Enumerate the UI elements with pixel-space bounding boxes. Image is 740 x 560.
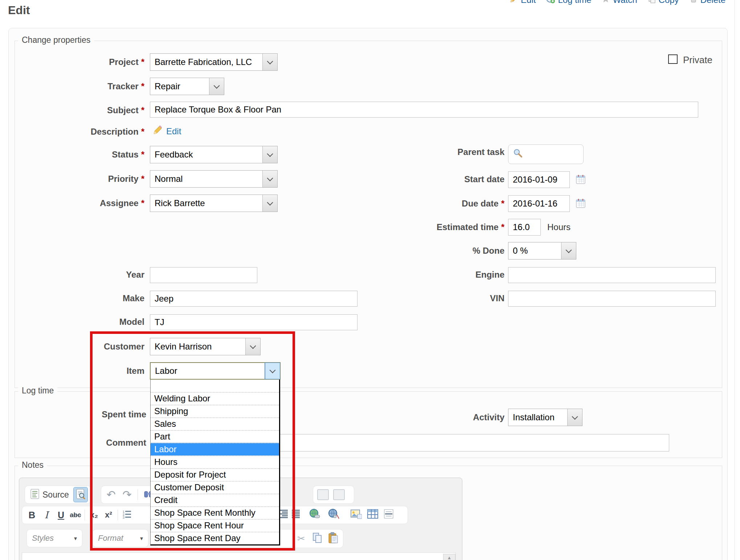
delete-action[interactable]: Delete xyxy=(689,0,725,5)
item-dropdown[interactable]: Welding LaborShippingSalesPartLaborHours… xyxy=(150,380,280,545)
project-select[interactable]: Barrette Fabrication, LLC xyxy=(150,53,278,71)
calendar-icon[interactable] xyxy=(576,198,586,210)
insert-table-button[interactable] xyxy=(366,507,380,522)
insert-image-button[interactable] xyxy=(349,507,363,522)
subject-input[interactable]: Replace Torque Box & Floor Pan xyxy=(150,102,698,118)
link-button[interactable] xyxy=(308,507,322,522)
select-arrow-button[interactable] xyxy=(209,78,224,95)
activity-select[interactable]: Installation xyxy=(508,409,582,426)
estimated-time-input[interactable]: 16.0 xyxy=(508,219,541,236)
chevron-down-icon xyxy=(267,199,273,205)
project-value: Barrette Fabrication, LLC xyxy=(150,54,262,70)
model-input[interactable]: TJ xyxy=(150,314,357,330)
numbered-list-icon: 123 xyxy=(122,510,132,520)
item-label: Item xyxy=(36,366,144,376)
format-combo[interactable]: Format ▾ xyxy=(93,529,148,547)
redo-icon: ↷ xyxy=(122,489,131,500)
dropdown-option[interactable]: Customer Deposit xyxy=(151,481,279,494)
dropdown-option[interactable]: Deposit for Project xyxy=(151,468,279,481)
required-asterisk: * xyxy=(501,199,504,208)
priority-select[interactable]: Normal xyxy=(150,170,278,188)
status-select[interactable]: Feedback xyxy=(150,146,278,163)
underline-icon: U xyxy=(58,510,64,520)
editor-scrollbar-up-button[interactable]: ▲ xyxy=(443,554,455,560)
select-all-button[interactable] xyxy=(332,487,346,502)
dropdown-option[interactable]: Credit xyxy=(151,494,279,506)
numbered-list-button[interactable]: 123 xyxy=(120,508,134,522)
dropdown-option[interactable]: Shop Space Rent Day xyxy=(151,532,279,544)
editor-content-area[interactable] xyxy=(22,552,456,560)
engine-input[interactable] xyxy=(508,267,716,283)
preview-icon xyxy=(75,489,86,501)
private-label: Private xyxy=(683,54,712,66)
trash-icon xyxy=(689,0,698,5)
description-edit-link[interactable]: Edit xyxy=(166,126,181,136)
dropdown-option[interactable]: Hours xyxy=(151,455,279,468)
tracker-select[interactable]: Repair xyxy=(150,78,224,95)
comment-label: Comment xyxy=(37,438,146,448)
select-arrow-button[interactable] xyxy=(265,363,280,379)
chevron-down-icon xyxy=(572,413,578,420)
clock-add-icon xyxy=(546,0,555,6)
calendar-icon[interactable] xyxy=(576,174,586,186)
copy-action[interactable]: Copy xyxy=(647,0,679,5)
select-arrow-button[interactable] xyxy=(245,338,260,355)
customer-select[interactable]: Kevin Harrison xyxy=(150,338,261,355)
year-input[interactable] xyxy=(150,267,257,283)
strikethrough-button[interactable]: abc xyxy=(69,508,82,522)
estimated-time-label: Estimated time* xyxy=(396,222,504,232)
edit-action[interactable]: Edit xyxy=(510,0,536,5)
select-arrow-button[interactable] xyxy=(567,409,582,426)
item-select[interactable]: Labor xyxy=(150,362,281,380)
dropdown-option[interactable] xyxy=(151,380,279,392)
underline-button[interactable]: U xyxy=(54,508,68,522)
subscript-button[interactable]: x₂ xyxy=(87,508,101,522)
replace-button[interactable] xyxy=(316,487,330,502)
paste-button[interactable] xyxy=(326,531,340,546)
dropdown-option[interactable]: Shipping xyxy=(151,405,279,417)
source-button[interactable]: Source xyxy=(28,487,71,502)
vin-input[interactable] xyxy=(508,291,716,307)
select-arrow-button[interactable] xyxy=(262,146,277,163)
cut-button[interactable]: ✂ xyxy=(294,531,308,546)
dropdown-option[interactable]: Labor xyxy=(151,443,279,455)
make-input[interactable]: Jeep xyxy=(150,291,357,307)
horizontal-rule-button[interactable] xyxy=(382,507,396,522)
bold-button[interactable]: B xyxy=(25,508,39,522)
select-arrow-button[interactable] xyxy=(262,171,277,187)
parent-task-input[interactable] xyxy=(508,144,584,164)
chevron-down-icon xyxy=(270,367,276,373)
dropdown-option[interactable]: Welding Labor xyxy=(151,392,279,405)
select-arrow-button[interactable] xyxy=(561,242,576,259)
superscript-button[interactable]: x² xyxy=(102,508,115,522)
percent-done-select[interactable]: 0 % xyxy=(508,242,576,259)
italic-button[interactable]: I xyxy=(40,508,53,522)
chevron-down-icon xyxy=(566,247,572,253)
justify-button[interactable] xyxy=(289,507,303,522)
tracker-label: Tracker* xyxy=(36,81,144,91)
unlink-button[interactable] xyxy=(327,507,340,522)
pencil-icon xyxy=(510,0,518,5)
assignee-select[interactable]: Rick Barrette xyxy=(150,195,278,212)
preview-button[interactable] xyxy=(73,487,88,502)
dropdown-option[interactable]: Part xyxy=(151,430,279,443)
dropdown-option[interactable]: Sales xyxy=(151,417,279,430)
notes-legend: Notes xyxy=(18,460,47,470)
undo-button[interactable]: ↶ xyxy=(104,487,118,502)
log-time-action[interactable]: Log time xyxy=(546,0,591,6)
select-arrow-button[interactable] xyxy=(262,54,277,70)
dropdown-option[interactable]: Shop Space Rent Hour xyxy=(151,519,279,532)
dropdown-option[interactable]: Shop Space Rent Monthly xyxy=(151,506,279,519)
copy-button[interactable] xyxy=(310,531,324,546)
chevron-down-icon xyxy=(267,151,273,157)
redo-button[interactable]: ↷ xyxy=(120,487,134,502)
select-arrow-button[interactable] xyxy=(262,195,277,212)
start-date-label: Start date xyxy=(396,174,504,184)
watch-action[interactable]: Watch xyxy=(601,0,637,5)
private-checkbox[interactable] xyxy=(668,54,678,64)
make-value: Jeep xyxy=(155,294,173,304)
due-date-input[interactable]: 2016-01-16 xyxy=(508,195,570,212)
due-date-label: Due date* xyxy=(396,199,504,209)
styles-combo[interactable]: Styles ▾ xyxy=(26,529,82,547)
start-date-input[interactable]: 2016-01-09 xyxy=(508,171,570,188)
